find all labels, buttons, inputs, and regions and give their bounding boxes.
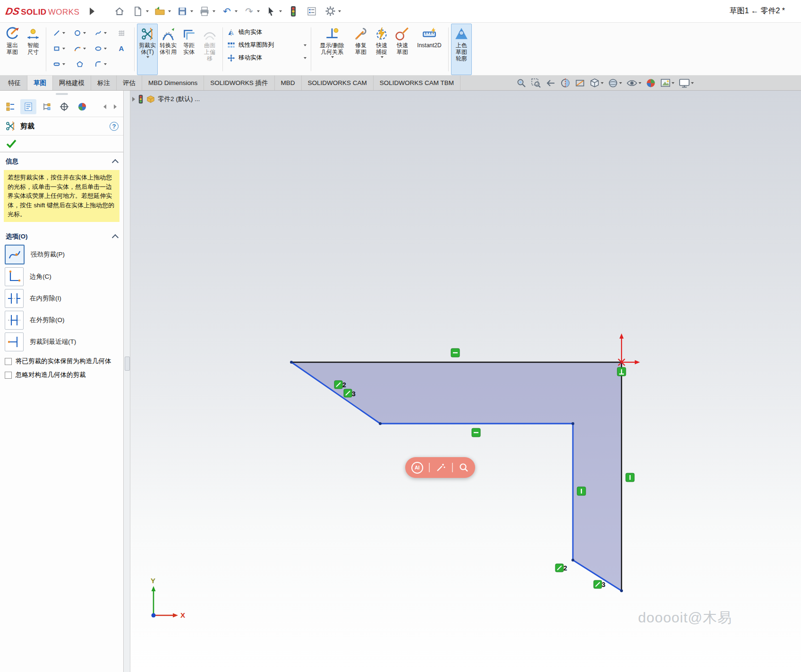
save-button[interactable] xyxy=(175,3,189,19)
zoom-to-area-button[interactable] xyxy=(530,77,542,89)
circle-dropdown-icon[interactable] xyxy=(83,32,86,34)
settings-button[interactable] xyxy=(323,3,337,19)
search-button[interactable] xyxy=(459,462,469,473)
select-dropdown-icon[interactable] xyxy=(279,10,282,12)
tab-solidworks-addins[interactable]: SOLIDWORKS 插件 xyxy=(204,76,274,90)
display-delete-relations-button[interactable]: 显示/删除 几何关系 xyxy=(314,24,350,75)
option-trim-away-outside[interactable]: 在外剪除(O) xyxy=(0,309,123,331)
sketch-origin[interactable] xyxy=(618,333,640,366)
constraint-vertical-middle[interactable] xyxy=(577,487,586,495)
print-dropdown-icon[interactable] xyxy=(213,10,215,12)
apply-scene-button[interactable] xyxy=(660,77,675,89)
view-settings-dropdown-icon[interactable] xyxy=(691,82,694,84)
tab-mbd[interactable]: MBD xyxy=(275,76,302,90)
options-section-header[interactable]: 选项(O) xyxy=(0,228,123,243)
magic-wand-button[interactable] xyxy=(435,462,446,473)
relation-badge-3-lower[interactable]: 3 xyxy=(594,580,605,588)
feature-manager-tab[interactable] xyxy=(2,99,18,114)
linear-sketch-pattern-button[interactable]: 线性草图阵列 xyxy=(226,41,307,49)
dimxpert-manager-tab[interactable] xyxy=(56,99,72,114)
arc-tool-button[interactable] xyxy=(69,41,90,56)
undo-button[interactable]: ↶ xyxy=(220,3,234,19)
line-tool-button[interactable] xyxy=(49,25,69,41)
previous-view-button[interactable] xyxy=(545,77,556,89)
tab-sketch[interactable]: 草图 xyxy=(27,76,53,90)
open-dropdown-icon[interactable] xyxy=(168,10,171,12)
display-manager-tab[interactable] xyxy=(74,99,90,114)
tab-mbd-dimensions[interactable]: MBD Dimensions xyxy=(142,76,204,90)
smart-dimension-button[interactable]: 智能 尺寸 xyxy=(23,24,43,75)
tab-scroll-right-button[interactable] xyxy=(111,103,119,111)
mirror-entities-button[interactable]: 镜向实体 xyxy=(226,28,307,36)
arc-dropdown-icon[interactable] xyxy=(83,48,86,50)
graphics-area[interactable]: 2 3 2 3 xyxy=(130,91,801,672)
spline-dropdown-icon[interactable] xyxy=(104,32,107,34)
constraint-anchor-origin[interactable] xyxy=(617,367,626,376)
relations-dropdown-icon[interactable] xyxy=(331,56,334,58)
fillet-tool-button[interactable] xyxy=(90,56,111,72)
new-document-button[interactable] xyxy=(131,3,145,19)
view-orientation-dropdown-icon[interactable] xyxy=(601,82,604,84)
relation-badge-2-upper[interactable]: 2 xyxy=(334,381,346,389)
collapse-options-icon[interactable] xyxy=(112,234,119,240)
shaded-sketch-contours-button[interactable]: 上色 草图 轮廓 xyxy=(451,24,472,75)
quick-snaps-dropdown-icon[interactable] xyxy=(381,56,383,58)
slot-dropdown-icon[interactable] xyxy=(62,63,65,65)
text-tool-button[interactable]: A xyxy=(111,41,132,56)
ok-confirm-button[interactable] xyxy=(0,136,123,153)
tab-scroll-left-button[interactable] xyxy=(101,103,109,111)
open-button[interactable] xyxy=(153,3,167,19)
sketch-grid-button[interactable] xyxy=(111,25,132,41)
redo-button[interactable]: ↷ xyxy=(242,3,256,19)
rectangle-tool-button[interactable] xyxy=(49,41,69,56)
tab-annotations[interactable]: 标注 xyxy=(91,76,117,90)
rectangle-dropdown-icon[interactable] xyxy=(62,48,65,50)
keep-trimmed-as-construction-checkbox[interactable]: 将已剪裁的实体保留为构造几何体 xyxy=(0,353,123,366)
tab-mesh-modeling[interactable]: 网格建模 xyxy=(53,76,91,90)
constraint-horizontal-middle[interactable] xyxy=(472,428,480,437)
properties-list-button[interactable] xyxy=(305,3,319,19)
splitter-handle[interactable] xyxy=(125,357,130,371)
display-style-dropdown-icon[interactable] xyxy=(619,82,622,84)
tab-evaluate[interactable]: 评估 xyxy=(117,76,142,90)
offset-entities-button[interactable]: 等距 实体 xyxy=(179,24,199,75)
convert-entities-button[interactable]: 转换实 体引用 xyxy=(158,24,179,75)
relation-badge-3-upper[interactable]: 3 xyxy=(344,389,356,398)
constraint-horizontal-top[interactable] xyxy=(451,349,460,357)
save-dropdown-icon[interactable] xyxy=(190,10,193,12)
zoom-to-fit-button[interactable] xyxy=(516,77,527,89)
new-document-dropdown-icon[interactable] xyxy=(146,10,149,12)
rapid-sketch-button[interactable]: 快速 草图 xyxy=(392,24,413,75)
redo-dropdown-icon[interactable] xyxy=(257,10,260,12)
panel-drag-handle[interactable] xyxy=(0,91,123,97)
view-orientation-button[interactable] xyxy=(589,77,604,89)
apply-scene-dropdown-icon[interactable] xyxy=(672,82,674,84)
fillet-dropdown-icon[interactable] xyxy=(104,63,107,65)
section-view-button[interactable] xyxy=(560,77,571,89)
option-trim-away-inside[interactable]: 在内剪除(I) xyxy=(0,288,123,309)
select-button[interactable] xyxy=(264,3,278,19)
trim-entities-button[interactable]: 剪裁实 体(T) xyxy=(137,24,158,75)
option-power-trim[interactable]: 强劲剪裁(P) xyxy=(0,243,123,266)
info-section-header[interactable]: 信息 xyxy=(0,153,123,168)
collapse-menu-icon[interactable] xyxy=(90,8,94,15)
property-manager-tab[interactable] xyxy=(20,99,36,114)
tab-features[interactable]: 特征 xyxy=(2,76,27,90)
tree-expand-icon[interactable] xyxy=(132,97,135,102)
collapse-info-icon[interactable] xyxy=(112,159,119,166)
polygon-tool-button[interactable] xyxy=(69,56,90,72)
constraint-vertical-right[interactable] xyxy=(626,473,634,482)
spline-tool-button[interactable] xyxy=(90,25,111,41)
ellipse-tool-button[interactable] xyxy=(90,41,111,56)
home-button[interactable] xyxy=(112,3,127,19)
tab-solidworks-cam-tbm[interactable]: SOLIDWORKS CAM TBM xyxy=(374,76,460,90)
repair-sketch-button[interactable]: 修复 草图 xyxy=(350,24,371,75)
tab-solidworks-cam[interactable]: SOLIDWORKS CAM xyxy=(302,76,374,90)
3d-drawing-view-button[interactable] xyxy=(574,77,586,89)
help-button[interactable]: ? xyxy=(110,122,119,131)
quick-snaps-button[interactable]: 快速 捕捉 xyxy=(371,24,392,75)
rebuild-button[interactable] xyxy=(286,3,300,19)
move-entities-dropdown-icon[interactable] xyxy=(304,57,307,59)
move-entities-button[interactable]: 移动实体 xyxy=(226,54,307,62)
line-dropdown-icon[interactable] xyxy=(62,32,65,34)
